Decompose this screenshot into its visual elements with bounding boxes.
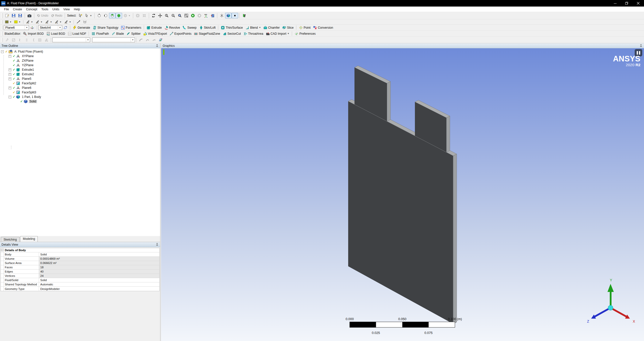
menu-tools[interactable]: Tools bbox=[39, 7, 50, 12]
details-row-geometry-type[interactable]: Geometry Type DesignModeler bbox=[1, 287, 159, 291]
iso-view-button[interactable]: ISO bbox=[203, 13, 209, 18]
parameters-button[interactable]: PPParameters bbox=[120, 25, 142, 30]
stage-fluid-zone-button[interactable]: StageFluidZone bbox=[193, 31, 221, 36]
preferences-button[interactable]: Preferences bbox=[293, 31, 317, 36]
load-ndf-button[interactable]: </>Load NDF bbox=[66, 31, 88, 36]
throat-area-button[interactable]: ThroatArea bbox=[242, 31, 265, 36]
face-color-button[interactable]: ▼ bbox=[13, 19, 22, 24]
skin-loft-button[interactable]: Skin/Loft bbox=[198, 25, 217, 30]
extend-to-adjacent-button[interactable] bbox=[134, 13, 141, 18]
filter-vertex-button[interactable] bbox=[96, 13, 102, 18]
body-color-button[interactable]: ▼ bbox=[4, 19, 13, 24]
tree-item-zxplane[interactable]: ZXPlane bbox=[0, 58, 160, 63]
collapse-icon[interactable]: − bbox=[1, 249, 3, 251]
edge-color-1-button[interactable]: 1▼ bbox=[34, 19, 44, 25]
sketch-trim-button[interactable] bbox=[144, 37, 151, 43]
tree-item-extrude1[interactable]: Extrude1 bbox=[0, 67, 160, 72]
plane-combobox[interactable]: Plane6▼ bbox=[4, 25, 29, 30]
next-view-button[interactable] bbox=[196, 13, 203, 18]
save-button[interactable] bbox=[10, 13, 17, 18]
extrude-button[interactable]: Extrude bbox=[145, 25, 163, 30]
expander-icon[interactable] bbox=[9, 55, 11, 58]
sketch-spline-button[interactable] bbox=[17, 37, 23, 43]
sketch-constraint-2-button[interactable] bbox=[10, 37, 17, 43]
filter-edge-button[interactable] bbox=[102, 13, 109, 18]
sketch-extend-button[interactable] bbox=[151, 37, 157, 43]
graphics-viewport[interactable]: 0.000 0.050 0.100 (m) 0.025 0.075 Y bbox=[161, 48, 644, 341]
sketch-lines-button[interactable] bbox=[23, 37, 30, 43]
filter-extend-button[interactable]: ▼ bbox=[122, 13, 132, 18]
tree-item-plane6[interactable]: Plane6 bbox=[0, 86, 160, 90]
sketch-arc-button[interactable] bbox=[30, 37, 37, 43]
restore-button[interactable] bbox=[621, 0, 632, 7]
expander-icon[interactable] bbox=[9, 78, 11, 80]
zoom-in-out-button[interactable] bbox=[170, 13, 176, 18]
sketch-tool-combobox-2[interactable]: ▼ bbox=[92, 37, 135, 42]
display-points-button[interactable] bbox=[232, 13, 238, 18]
sweep-button[interactable]: Sweep bbox=[181, 25, 198, 30]
menu-concept[interactable]: Concept bbox=[24, 7, 39, 12]
details-row-value[interactable]: Solid bbox=[39, 252, 159, 256]
details-row-value[interactable]: Solid bbox=[39, 278, 159, 282]
conversion-button[interactable]: Conversion bbox=[312, 25, 334, 30]
sketch-combobox[interactable]: Sketch4▼ bbox=[38, 25, 62, 30]
slice-button[interactable]: Slice bbox=[281, 25, 295, 30]
sketch-constraint-1-button[interactable] bbox=[4, 37, 10, 43]
redo-button[interactable]: Redo bbox=[50, 13, 64, 18]
details-row-surface-area[interactable]: Surface Area 0.066622 m² bbox=[1, 261, 159, 265]
generate-button[interactable]: Generate bbox=[71, 25, 91, 30]
import-bgd-button[interactable]: Import BGD bbox=[22, 31, 45, 36]
vertex-edge-connection-button[interactable] bbox=[82, 19, 88, 25]
export-button[interactable] bbox=[17, 13, 23, 18]
details-row-edges[interactable]: Edges 40 bbox=[1, 270, 159, 274]
tree-item-plane5[interactable]: Plane5 bbox=[0, 77, 160, 81]
menu-help[interactable]: Help bbox=[72, 7, 82, 12]
sketch-fillet-button[interactable] bbox=[138, 37, 144, 43]
close-button[interactable] bbox=[632, 0, 644, 7]
tree-item-facesplit2[interactable]: FaceSplit2 bbox=[0, 81, 160, 86]
details-group-row[interactable]: − Details of Body bbox=[1, 248, 159, 252]
tree-item-project[interactable]: A: Fluid Flow (Fluent) bbox=[0, 49, 160, 54]
sector-cut-button[interactable]: SectorCut bbox=[221, 31, 242, 36]
pan-button[interactable] bbox=[157, 13, 163, 18]
tree-item-part-body[interactable]: 1 Part, 1 Body bbox=[0, 95, 160, 99]
tree-item-extrude2[interactable]: Extrude2 bbox=[0, 72, 160, 77]
details-row-faces[interactable]: Faces 18 bbox=[1, 265, 159, 270]
revolve-button[interactable]: Revolve bbox=[163, 25, 181, 30]
details-row-value[interactable]: DesignModeler bbox=[39, 287, 159, 291]
new-sketch-plane-button[interactable] bbox=[62, 25, 69, 30]
expander-icon[interactable] bbox=[9, 87, 11, 89]
menu-units[interactable]: Units bbox=[50, 7, 61, 12]
sketch-validate-button[interactable] bbox=[157, 37, 164, 43]
details-row-value[interactable]: Automatic bbox=[39, 282, 159, 286]
expander-icon[interactable] bbox=[9, 96, 11, 98]
menu-file[interactable]: File bbox=[2, 7, 11, 12]
tab-modeling[interactable]: Modeling bbox=[20, 236, 38, 242]
tree-item-yzplane[interactable]: YZPlane bbox=[0, 63, 160, 67]
extend-to-limits-button[interactable] bbox=[141, 13, 148, 18]
edge-color-2-button[interactable]: 2▼ bbox=[44, 19, 53, 25]
new-sketch-button[interactable] bbox=[4, 13, 10, 18]
expander-icon[interactable] bbox=[9, 68, 11, 71]
zoom-button[interactable] bbox=[163, 13, 170, 18]
details-row-vertices[interactable]: Vertices 24 bbox=[1, 274, 159, 278]
share-topology-button[interactable]: Share Topology bbox=[91, 25, 120, 30]
tree-item-facesplit3[interactable]: FaceSplit3 bbox=[0, 90, 160, 95]
edge-direction-button[interactable] bbox=[75, 19, 82, 25]
tree-item-xyplane[interactable]: XYPlane bbox=[0, 54, 160, 58]
tree-item-solid[interactable]: Solid bbox=[0, 99, 160, 104]
cad-import-button[interactable]: CAD Import▼ bbox=[265, 31, 291, 36]
menu-create[interactable]: Create bbox=[11, 7, 24, 12]
vistatf-export-button[interactable]: VistaTFExport bbox=[142, 31, 168, 36]
sketch-tool-combobox-1[interactable]: ▼ bbox=[52, 37, 90, 42]
load-bgd-button[interactable]: Load BGD bbox=[45, 31, 66, 36]
details-row-fluid-solid[interactable]: Fluid/Solid Solid bbox=[1, 278, 159, 282]
select-mode-single-button[interactable] bbox=[77, 13, 84, 18]
blend-button[interactable]: Blend▼ bbox=[244, 25, 262, 30]
rotate-view-button[interactable] bbox=[150, 13, 157, 18]
point-button[interactable]: Point bbox=[298, 25, 312, 30]
edge-color-x-button[interactable]: x▼ bbox=[63, 19, 73, 25]
filter-face-button[interactable] bbox=[109, 13, 116, 18]
sketch-snap-button[interactable] bbox=[43, 37, 50, 43]
tab-sketching[interactable]: Sketching bbox=[1, 237, 20, 242]
